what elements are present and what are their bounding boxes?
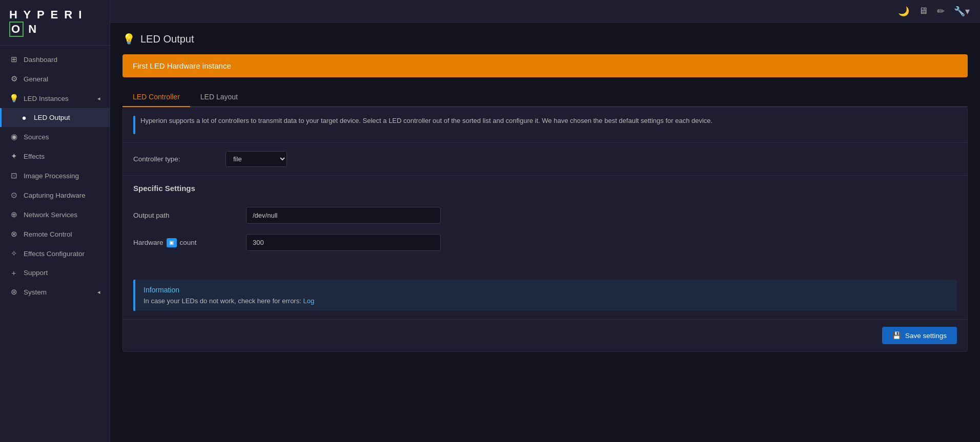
sidebar-label-general: General	[24, 75, 48, 83]
sidebar-item-capturing-hardware[interactable]: ⊙Capturing Hardware	[0, 185, 110, 205]
info-callout: Information In case your LEDs do not wor…	[133, 280, 957, 311]
tab-led-layout[interactable]: LED Layout	[190, 88, 248, 107]
instance-banner: First LED Hardware instance	[122, 54, 968, 77]
led-icon: ▣	[167, 238, 177, 247]
hardware-count-input[interactable]	[246, 234, 441, 251]
led-instances-icon: 💡	[9, 94, 18, 103]
logo-highlight: O	[9, 22, 24, 37]
support-icon: +	[9, 268, 18, 277]
led-instances-arrow-icon: ◂	[97, 95, 100, 102]
page-title: LED Output	[140, 33, 194, 45]
sidebar-label-sources: Sources	[24, 133, 49, 141]
image-processing-icon: ⊡	[9, 171, 18, 180]
info-block: Hyperion supports a lot of controllers t…	[123, 108, 967, 143]
sidebar-label-system: System	[24, 288, 47, 296]
network-services-icon: ⊕	[9, 210, 18, 219]
controller-type-row: Controller type: file adalight ws2812b p…	[123, 143, 967, 176]
general-icon: ⚙	[9, 74, 18, 83]
sidebar-item-effects[interactable]: ✦Effects	[0, 146, 110, 166]
logo-text: H Y P E R I O N	[9, 8, 100, 37]
sidebar-label-dashboard: Dashboard	[24, 56, 57, 64]
pencil-icon[interactable]: ✏	[937, 6, 945, 17]
main-content: 💡 LED Output First LED Hardware instance…	[110, 23, 980, 442]
sidebar-item-effects-configurator[interactable]: ✧Effects Configurator	[0, 244, 110, 263]
page-title-icon: 💡	[122, 33, 135, 45]
system-icon: ⊛	[9, 287, 18, 297]
sidebar: H Y P E R I O N ⊞Dashboard⚙General💡LED I…	[0, 0, 110, 442]
form-section: Output path Hardware ▣ count	[123, 197, 967, 271]
info-callout-title: Information	[144, 286, 949, 294]
sidebar-label-network-services: Network Services	[24, 211, 77, 219]
specific-settings-title: Specific Settings	[123, 176, 967, 197]
hardware-count-group: Hardware ▣ count	[133, 234, 957, 251]
sources-icon: ◉	[9, 132, 18, 141]
hardware-count-label: Hardware ▣ count	[133, 238, 236, 247]
sidebar-item-support[interactable]: +Support	[0, 263, 110, 282]
sidebar-item-led-instances[interactable]: 💡LED Instances◂	[0, 89, 110, 108]
sidebar-item-image-processing[interactable]: ⊡Image Processing	[0, 166, 110, 185]
sidebar-item-general[interactable]: ⚙General	[0, 69, 110, 89]
output-path-label: Output path	[133, 212, 236, 219]
sidebar-item-network-services[interactable]: ⊕Network Services	[0, 205, 110, 224]
effects-icon: ✦	[9, 152, 18, 161]
info-text: Hyperion supports a lot of controllers t…	[140, 116, 712, 127]
controller-type-select[interactable]: file adalight ws2812b philipshue nanolea…	[226, 151, 287, 167]
dashboard-icon: ⊞	[9, 55, 18, 64]
sidebar-label-led-output: LED Output	[34, 114, 70, 121]
logo: H Y P E R I O N	[0, 0, 110, 46]
hardware-label-text: Hardware	[133, 239, 164, 246]
form-footer: 💾 Save settings	[123, 319, 967, 351]
log-link[interactable]: Log	[303, 297, 314, 305]
wrench-dropdown-icon[interactable]: 🔧▾	[954, 6, 970, 17]
led-output-icon: ●	[19, 113, 29, 122]
count-label-text: count	[180, 239, 197, 246]
sidebar-item-led-output[interactable]: ●LED Output	[0, 108, 110, 127]
content-area: Hyperion supports a lot of controllers t…	[122, 107, 968, 352]
sidebar-label-capturing-hardware: Capturing Hardware	[24, 192, 86, 199]
save-label: Save settings	[905, 332, 947, 340]
tabs: LED Controller LED Layout	[122, 88, 968, 107]
sidebar-item-remote-control[interactable]: ⊗Remote Control	[0, 224, 110, 244]
system-arrow-icon: ◂	[97, 289, 100, 296]
instance-banner-text: First LED Hardware instance	[133, 61, 231, 70]
sidebar-label-led-instances: LED Instances	[24, 95, 69, 102]
output-path-input[interactable]	[246, 207, 441, 224]
remote-control-icon: ⊗	[9, 229, 18, 239]
sidebar-label-effects-configurator: Effects Configurator	[24, 250, 85, 258]
output-path-group: Output path	[133, 207, 957, 224]
topbar: 🌙 🖥 ✏ 🔧▾	[110, 0, 980, 23]
monitor-icon[interactable]: 🖥	[918, 6, 928, 16]
controller-type-label: Controller type:	[133, 155, 215, 163]
effects-configurator-icon: ✧	[9, 249, 18, 258]
info-callout-text: In case your LEDs do not work, check her…	[144, 297, 949, 305]
sidebar-label-effects: Effects	[24, 153, 45, 160]
sidebar-item-system[interactable]: ⊛System◂	[0, 282, 110, 302]
sidebar-label-image-processing: Image Processing	[24, 172, 79, 180]
tab-led-controller[interactable]: LED Controller	[122, 88, 190, 107]
capturing-hardware-icon: ⊙	[9, 191, 18, 200]
sidebar-label-support: Support	[24, 269, 48, 277]
page-title-row: 💡 LED Output	[122, 33, 968, 45]
sidebar-nav: ⊞Dashboard⚙General💡LED Instances◂●LED Ou…	[0, 46, 110, 442]
info-bar-accent	[133, 116, 135, 134]
sidebar-item-dashboard[interactable]: ⊞Dashboard	[0, 50, 110, 69]
moon-icon[interactable]: 🌙	[898, 6, 909, 17]
save-button[interactable]: 💾 Save settings	[882, 327, 957, 344]
sidebar-label-remote-control: Remote Control	[24, 230, 72, 238]
sidebar-item-sources[interactable]: ◉Sources	[0, 127, 110, 146]
save-icon: 💾	[892, 331, 901, 340]
